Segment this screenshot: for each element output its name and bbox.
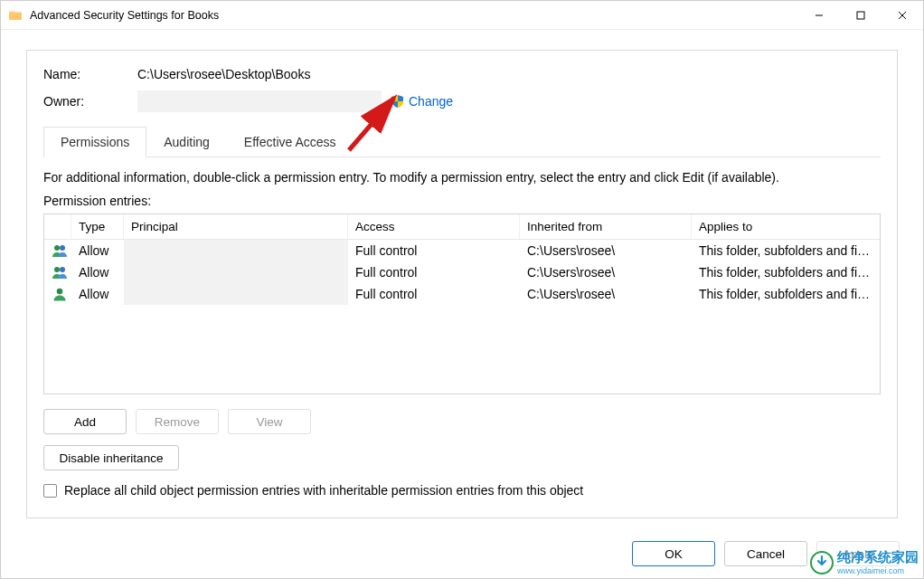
- replace-children-checkbox[interactable]: [43, 484, 57, 498]
- table-body: Allow Full control C:\Users\rosee\ This …: [44, 240, 880, 305]
- svg-point-7: [60, 267, 65, 272]
- folder-icon: [8, 8, 23, 23]
- svg-point-4: [54, 245, 60, 251]
- tab-auditing[interactable]: Auditing: [146, 127, 227, 157]
- close-icon: [898, 11, 907, 20]
- shield-icon: [391, 94, 405, 109]
- row-inherited: C:\Users\rosee\: [520, 242, 692, 260]
- dialog-footer: OK Cancel Apply: [1, 529, 923, 578]
- svg-point-5: [60, 245, 65, 251]
- col-header-principal[interactable]: Principal: [124, 214, 348, 239]
- window-title: Advanced Security Settings for Books: [30, 9, 219, 22]
- entry-button-row: Add Remove View: [43, 409, 881, 434]
- maximize-button[interactable]: [840, 1, 882, 30]
- info-text: For additional information, double-click…: [43, 170, 881, 185]
- row-inherited: C:\Users\rosee\: [520, 263, 692, 281]
- minimize-button[interactable]: [798, 1, 840, 30]
- replace-children-label: Replace all child object permission entr…: [64, 483, 583, 498]
- window-frame: Advanced Security Settings for Books Nam…: [0, 0, 924, 579]
- titlebar: Advanced Security Settings for Books: [1, 1, 923, 30]
- remove-button: Remove: [136, 409, 219, 434]
- table-row[interactable]: Allow Full control C:\Users\rosee\ This …: [44, 261, 880, 283]
- users-group-icon: [52, 265, 68, 280]
- name-value: C:\Users\rosee\Desktop\Books: [137, 67, 310, 81]
- permission-entries-label: Permission entries:: [43, 194, 881, 208]
- close-button[interactable]: [882, 1, 923, 30]
- users-group-icon: [52, 243, 68, 258]
- tabs-strip: Permissions Auditing Effective Access: [43, 127, 881, 157]
- change-owner-link[interactable]: Change: [409, 94, 453, 109]
- col-header-type[interactable]: Type: [71, 214, 124, 239]
- svg-point-8: [57, 289, 63, 295]
- svg-rect-1: [857, 12, 864, 19]
- row-access: Full control: [348, 285, 520, 303]
- name-row: Name: C:\Users\rosee\Desktop\Books: [43, 67, 881, 81]
- disable-inheritance-button[interactable]: Disable inheritance: [43, 445, 179, 470]
- row-type: Allow: [71, 285, 124, 303]
- row-access: Full control: [348, 263, 520, 281]
- table-header: Type Principal Access Inherited from App…: [44, 214, 880, 240]
- col-header-access[interactable]: Access: [348, 214, 520, 239]
- minimize-icon: [815, 11, 824, 20]
- row-applies: This folder, subfolders and files: [692, 285, 880, 303]
- permission-entries-table: Type Principal Access Inherited from App…: [43, 214, 881, 394]
- row-principal: [124, 283, 348, 305]
- row-access: Full control: [348, 242, 520, 260]
- col-header-inherited[interactable]: Inherited from: [520, 214, 692, 239]
- ok-button[interactable]: OK: [632, 541, 715, 566]
- apply-button: Apply: [816, 541, 900, 566]
- tab-permissions[interactable]: Permissions: [43, 127, 146, 157]
- owner-value: [137, 90, 382, 112]
- user-icon: [52, 287, 68, 301]
- col-header-applies[interactable]: Applies to: [692, 214, 880, 239]
- replace-children-row: Replace all child object permission entr…: [43, 483, 881, 498]
- inheritance-button-row: Disable inheritance: [43, 445, 881, 470]
- row-applies: This folder, subfolders and files: [692, 263, 880, 281]
- inner-panel: Name: C:\Users\rosee\Desktop\Books Owner…: [26, 50, 898, 518]
- row-principal: [124, 240, 348, 261]
- cancel-button[interactable]: Cancel: [724, 541, 807, 566]
- svg-point-6: [54, 267, 60, 272]
- table-row[interactable]: Allow Full control C:\Users\rosee\ This …: [44, 283, 880, 305]
- name-label: Name:: [43, 67, 137, 81]
- row-inherited: C:\Users\rosee\: [520, 285, 692, 303]
- maximize-icon: [856, 11, 865, 20]
- owner-row: Owner: Change: [43, 90, 881, 112]
- add-button[interactable]: Add: [43, 409, 127, 434]
- table-row[interactable]: Allow Full control C:\Users\rosee\ This …: [44, 240, 880, 261]
- row-type: Allow: [71, 263, 124, 281]
- tab-effective-access[interactable]: Effective Access: [227, 127, 354, 157]
- row-type: Allow: [71, 242, 124, 260]
- row-icon-cell: [44, 242, 71, 260]
- content-area: Name: C:\Users\rosee\Desktop\Books Owner…: [1, 30, 923, 529]
- row-applies: This folder, subfolders and files: [692, 242, 880, 260]
- col-header-icon[interactable]: [44, 214, 71, 239]
- row-icon-cell: [44, 285, 71, 303]
- view-button: View: [228, 409, 311, 434]
- row-icon-cell: [44, 263, 71, 281]
- row-principal: [124, 261, 348, 283]
- owner-label: Owner:: [43, 94, 137, 109]
